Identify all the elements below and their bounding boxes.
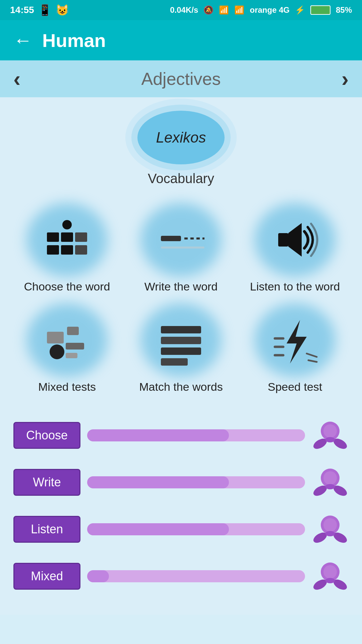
app-icon-1: 📱 — [38, 4, 52, 16]
match-icon — [154, 313, 208, 367]
time: 14:55 — [10, 5, 34, 15]
listen-progress-button[interactable]: Listen — [13, 516, 80, 543]
svg-marker-21 — [287, 320, 307, 364]
svg-rect-4 — [47, 245, 59, 255]
svg-rect-19 — [161, 347, 201, 355]
carrier: orange 4G — [250, 5, 290, 15]
svg-point-31 — [325, 437, 335, 442]
choose-the-word-label: Choose the word — [24, 280, 110, 293]
battery-icon: ⚡ — [295, 5, 305, 15]
mute-icon: 🔕 — [203, 5, 214, 15]
svg-rect-12 — [47, 332, 64, 343]
svg-point-43 — [323, 565, 337, 579]
svg-rect-5 — [61, 245, 73, 255]
choose-icon — [40, 213, 94, 267]
svg-point-0 — [62, 220, 72, 229]
wifi-icon: 📶 — [219, 5, 229, 15]
svg-line-26 — [308, 360, 317, 362]
svg-rect-9 — [161, 247, 204, 249]
listen-progress-bar-container — [87, 523, 305, 535]
progress-row-write: Write — [13, 464, 349, 501]
activity-mixed-tests[interactable]: Mixed tests — [13, 307, 121, 393]
app-icon-2: 😺 — [56, 4, 69, 16]
activity-match-the-words[interactable]: Match the words — [127, 307, 235, 393]
mixed-trophy — [312, 558, 349, 595]
page-title: Human — [42, 30, 106, 51]
svg-point-14 — [50, 344, 64, 359]
progress-section: Choose Write — [13, 417, 349, 595]
vocabulary-label: Vocabulary — [148, 171, 214, 186]
svg-rect-18 — [161, 337, 201, 344]
write-icon — [154, 213, 208, 267]
listen-trophy-svg — [312, 511, 349, 548]
mixed-progress-bar-container — [87, 570, 305, 582]
svg-point-38 — [323, 518, 337, 532]
svg-point-46 — [325, 578, 335, 583]
status-right: 0.04K/s 🔕 📶 📶 orange 4G ⚡ 85% — [170, 5, 352, 15]
mixed-progress-button[interactable]: Mixed — [13, 563, 80, 590]
progress-row-mixed: Mixed — [13, 558, 349, 595]
choose-progress-bar-fill — [87, 429, 229, 441]
listen-progress-bar-fill — [87, 523, 229, 535]
speed-test-label: Speed test — [268, 380, 322, 393]
svg-rect-7 — [161, 236, 181, 241]
svg-point-41 — [325, 531, 335, 536]
match-icon-container — [144, 307, 218, 374]
write-progress-button[interactable]: Write — [13, 469, 80, 496]
write-icon-container — [144, 206, 218, 273]
svg-line-25 — [307, 354, 317, 357]
mixed-icon — [40, 313, 94, 367]
write-progress-bar-container — [87, 476, 305, 488]
speed-icon — [268, 313, 322, 367]
svg-point-28 — [323, 424, 337, 438]
match-the-words-label: Match the words — [139, 380, 223, 393]
status-bar: 14:55 📱 😺 0.04K/s 🔕 📶 📶 orange 4G ⚡ 85% — [0, 0, 362, 20]
category-name: Adjectives — [141, 69, 221, 89]
status-left: 14:55 📱 😺 — [10, 4, 69, 16]
svg-rect-10 — [278, 233, 288, 247]
activity-write-the-word[interactable]: Write the word — [127, 206, 235, 293]
svg-rect-1 — [47, 232, 59, 242]
svg-point-33 — [323, 471, 337, 485]
activity-choose-the-word[interactable]: Choose the word — [13, 206, 121, 293]
choose-trophy-svg — [312, 417, 349, 454]
speed-icon-container — [258, 307, 332, 374]
network-speed: 0.04K/s — [170, 5, 198, 15]
mixed-icon-container — [30, 307, 104, 374]
svg-rect-20 — [161, 358, 188, 366]
svg-marker-11 — [288, 223, 302, 257]
write-the-word-label: Write the word — [144, 280, 218, 293]
activity-listen-to-the-word[interactable]: Listen to the word — [241, 206, 349, 293]
listen-icon-container — [258, 206, 332, 273]
mixed-tests-label: Mixed tests — [38, 380, 96, 393]
choose-trophy — [312, 417, 349, 454]
svg-rect-16 — [66, 353, 77, 358]
listen-trophy — [312, 511, 349, 548]
lexikos-logo: Lexikos — [137, 111, 225, 164]
choose-icon-container — [30, 206, 104, 273]
write-progress-bar-fill — [87, 476, 229, 488]
speaker-icon — [268, 213, 322, 267]
activity-grid: Choose the word Write the word — [13, 206, 349, 393]
signal-icon: 📶 — [234, 5, 244, 15]
write-trophy-svg — [312, 464, 349, 501]
progress-row-listen: Listen — [13, 511, 349, 548]
prev-category-button[interactable]: ‹ — [13, 66, 20, 91]
mixed-progress-bar-fill — [87, 570, 109, 582]
next-category-button[interactable]: › — [342, 66, 349, 91]
top-bar: ← Human — [0, 20, 362, 60]
svg-rect-13 — [67, 327, 79, 335]
activity-speed-test[interactable]: Speed test — [241, 307, 349, 393]
svg-rect-6 — [75, 245, 87, 255]
svg-rect-2 — [61, 232, 73, 242]
write-trophy — [312, 464, 349, 501]
svg-rect-15 — [66, 343, 84, 350]
svg-point-36 — [325, 484, 335, 489]
mixed-trophy-svg — [312, 558, 349, 595]
main-content: Lexikos Vocabulary Choose the word — [0, 97, 362, 615]
listen-to-the-word-label: Listen to the word — [250, 280, 340, 293]
back-button[interactable]: ← — [13, 31, 32, 50]
battery-percent: 85% — [336, 5, 352, 15]
choose-progress-button[interactable]: Choose — [13, 422, 80, 449]
svg-rect-3 — [75, 232, 87, 242]
